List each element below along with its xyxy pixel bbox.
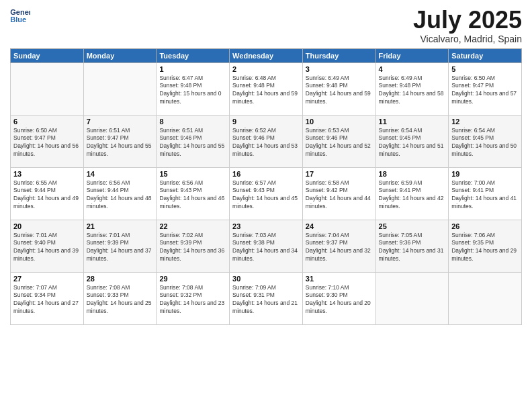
- day-info: Sunrise: 7:04 AMSunset: 9:37 PMDaylight:…: [306, 232, 373, 264]
- day-info: Sunrise: 7:02 AMSunset: 9:39 PMDaylight:…: [159, 232, 226, 264]
- day-number: 9: [232, 118, 300, 126]
- day-cell: 5Sunrise: 6:50 AMSunset: 9:47 PMDaylight…: [449, 62, 522, 115]
- day-cell: 1Sunrise: 6:47 AMSunset: 9:48 PMDaylight…: [157, 62, 230, 115]
- day-number: 2: [232, 65, 300, 73]
- calendar-page: GeneralBlue July 2025 Vicalvaro, Madrid,…: [0, 0, 532, 411]
- col-monday: Monday: [83, 48, 157, 62]
- day-cell: 7Sunrise: 6:51 AMSunset: 9:47 PMDaylight…: [83, 115, 157, 167]
- day-info: Sunrise: 6:59 AMSunset: 9:41 PMDaylight:…: [379, 179, 446, 212]
- day-cell: 22Sunrise: 7:02 AMSunset: 9:39 PMDayligh…: [157, 220, 230, 272]
- day-number: 27: [13, 275, 81, 283]
- day-number: 19: [451, 170, 519, 178]
- logo-svg: GeneralBlue: [10, 8, 30, 24]
- day-cell: [449, 272, 522, 324]
- day-cell: 2Sunrise: 6:48 AMSunset: 9:48 PMDaylight…: [230, 62, 303, 115]
- day-number: 17: [306, 170, 373, 178]
- day-number: 16: [232, 170, 300, 178]
- col-tuesday: Tuesday: [157, 48, 230, 62]
- week-row-1: 1Sunrise: 6:47 AMSunset: 9:48 PMDaylight…: [11, 62, 522, 115]
- day-info: Sunrise: 6:55 AMSunset: 9:44 PMDaylight:…: [13, 179, 81, 212]
- day-info: Sunrise: 6:47 AMSunset: 9:48 PMDaylight:…: [159, 75, 226, 107]
- day-cell: 16Sunrise: 6:57 AMSunset: 9:43 PMDayligh…: [230, 167, 303, 220]
- day-info: Sunrise: 7:01 AMSunset: 9:39 PMDaylight:…: [87, 232, 154, 264]
- day-cell: 9Sunrise: 6:52 AMSunset: 9:46 PMDaylight…: [230, 115, 303, 167]
- day-info: Sunrise: 7:08 AMSunset: 9:33 PMDaylight:…: [87, 284, 154, 316]
- day-info: Sunrise: 6:54 AMSunset: 9:45 PMDaylight:…: [451, 127, 519, 159]
- day-number: 5: [451, 65, 519, 73]
- day-number: 25: [379, 222, 446, 230]
- day-cell: 31Sunrise: 7:10 AMSunset: 9:30 PMDayligh…: [302, 272, 375, 324]
- day-cell: 4Sunrise: 6:49 AMSunset: 9:48 PMDaylight…: [375, 62, 449, 115]
- day-info: Sunrise: 6:50 AMSunset: 9:47 PMDaylight:…: [451, 75, 519, 107]
- day-number: 11: [379, 118, 446, 126]
- day-number: 7: [87, 118, 154, 126]
- day-number: 4: [379, 65, 446, 73]
- day-info: Sunrise: 6:56 AMSunset: 9:43 PMDaylight:…: [159, 179, 226, 212]
- day-cell: 13Sunrise: 6:55 AMSunset: 9:44 PMDayligh…: [11, 167, 84, 220]
- day-cell: 28Sunrise: 7:08 AMSunset: 9:33 PMDayligh…: [83, 272, 157, 324]
- svg-text:General: General: [10, 8, 30, 16]
- day-number: 26: [451, 222, 519, 230]
- day-number: 15: [159, 170, 226, 178]
- day-info: Sunrise: 6:51 AMSunset: 9:46 PMDaylight:…: [159, 127, 226, 159]
- title-block: July 2025 Vicalvaro, Madrid, Spain: [413, 7, 522, 44]
- day-cell: [83, 62, 157, 115]
- day-info: Sunrise: 7:07 AMSunset: 9:34 PMDaylight:…: [13, 284, 81, 316]
- day-info: Sunrise: 6:54 AMSunset: 9:45 PMDaylight:…: [379, 127, 446, 159]
- day-number: 18: [379, 170, 446, 178]
- col-saturday: Saturday: [449, 48, 522, 62]
- week-row-2: 6Sunrise: 6:50 AMSunset: 9:47 PMDaylight…: [11, 115, 522, 167]
- day-number: 30: [232, 275, 300, 283]
- day-cell: 18Sunrise: 6:59 AMSunset: 9:41 PMDayligh…: [375, 167, 449, 220]
- day-info: Sunrise: 7:03 AMSunset: 9:38 PMDaylight:…: [232, 232, 300, 264]
- day-cell: 15Sunrise: 6:56 AMSunset: 9:43 PMDayligh…: [157, 167, 230, 220]
- day-cell: 10Sunrise: 6:53 AMSunset: 9:46 PMDayligh…: [302, 115, 375, 167]
- day-info: Sunrise: 7:08 AMSunset: 9:32 PMDaylight:…: [159, 284, 226, 316]
- logo-icon: GeneralBlue: [10, 7, 30, 27]
- day-number: 8: [159, 118, 226, 126]
- location: Vicalvaro, Madrid, Spain: [413, 34, 522, 44]
- day-number: 28: [87, 275, 154, 283]
- day-cell: 6Sunrise: 6:50 AMSunset: 9:47 PMDaylight…: [11, 115, 84, 167]
- day-cell: 21Sunrise: 7:01 AMSunset: 9:39 PMDayligh…: [83, 220, 157, 272]
- col-wednesday: Wednesday: [230, 48, 303, 62]
- day-info: Sunrise: 6:52 AMSunset: 9:46 PMDaylight:…: [232, 127, 300, 159]
- day-cell: [11, 62, 84, 115]
- day-cell: 30Sunrise: 7:09 AMSunset: 9:31 PMDayligh…: [230, 272, 303, 324]
- day-cell: 23Sunrise: 7:03 AMSunset: 9:38 PMDayligh…: [230, 220, 303, 272]
- day-cell: 17Sunrise: 6:58 AMSunset: 9:42 PMDayligh…: [302, 167, 375, 220]
- day-number: 29: [159, 275, 226, 283]
- day-number: 6: [13, 118, 81, 126]
- day-info: Sunrise: 6:48 AMSunset: 9:48 PMDaylight:…: [232, 75, 300, 107]
- day-number: 23: [232, 222, 300, 230]
- day-info: Sunrise: 7:10 AMSunset: 9:30 PMDaylight:…: [306, 284, 373, 316]
- day-cell: 24Sunrise: 7:04 AMSunset: 9:37 PMDayligh…: [302, 220, 375, 272]
- day-info: Sunrise: 6:50 AMSunset: 9:47 PMDaylight:…: [13, 127, 81, 159]
- day-number: 20: [13, 222, 81, 230]
- day-info: Sunrise: 6:49 AMSunset: 9:48 PMDaylight:…: [379, 75, 446, 107]
- week-row-4: 20Sunrise: 7:01 AMSunset: 9:40 PMDayligh…: [11, 220, 522, 272]
- month-title: July 2025: [413, 7, 522, 34]
- day-number: 22: [159, 222, 226, 230]
- day-cell: [375, 272, 449, 324]
- day-cell: 19Sunrise: 7:00 AMSunset: 9:41 PMDayligh…: [449, 167, 522, 220]
- day-info: Sunrise: 6:51 AMSunset: 9:47 PMDaylight:…: [87, 127, 154, 159]
- day-info: Sunrise: 6:49 AMSunset: 9:48 PMDaylight:…: [306, 75, 373, 107]
- day-cell: 20Sunrise: 7:01 AMSunset: 9:40 PMDayligh…: [11, 220, 84, 272]
- day-number: 13: [13, 170, 81, 178]
- day-number: 21: [87, 222, 154, 230]
- week-row-3: 13Sunrise: 6:55 AMSunset: 9:44 PMDayligh…: [11, 167, 522, 220]
- day-cell: 14Sunrise: 6:56 AMSunset: 9:44 PMDayligh…: [83, 167, 157, 220]
- day-info: Sunrise: 6:57 AMSunset: 9:43 PMDaylight:…: [232, 179, 300, 212]
- day-cell: 8Sunrise: 6:51 AMSunset: 9:46 PMDaylight…: [157, 115, 230, 167]
- day-number: 1: [159, 65, 226, 73]
- day-info: Sunrise: 7:09 AMSunset: 9:31 PMDaylight:…: [232, 284, 300, 316]
- svg-text:Blue: Blue: [10, 15, 26, 24]
- day-number: 10: [306, 118, 373, 126]
- day-info: Sunrise: 6:58 AMSunset: 9:42 PMDaylight:…: [306, 179, 373, 212]
- day-info: Sunrise: 6:53 AMSunset: 9:46 PMDaylight:…: [306, 127, 373, 159]
- logo: GeneralBlue: [10, 7, 30, 27]
- day-cell: 11Sunrise: 6:54 AMSunset: 9:45 PMDayligh…: [375, 115, 449, 167]
- calendar-table: Sunday Monday Tuesday Wednesday Thursday…: [10, 48, 522, 325]
- day-info: Sunrise: 7:06 AMSunset: 9:35 PMDaylight:…: [451, 232, 519, 264]
